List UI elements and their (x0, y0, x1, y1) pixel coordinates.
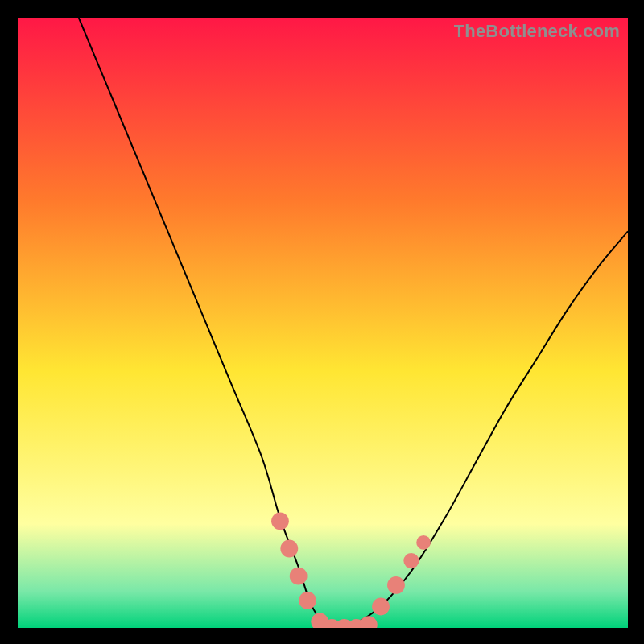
curve-marker (280, 540, 298, 558)
watermark-text: TheBottleneck.com (454, 21, 620, 42)
chart-svg (18, 18, 628, 628)
plot-area: TheBottleneck.com (18, 18, 628, 628)
curve-marker (372, 598, 390, 616)
gradient-background (18, 18, 628, 628)
curve-marker (271, 512, 289, 530)
curve-marker (387, 576, 405, 594)
curve-marker (403, 553, 419, 568)
chart-frame: { "watermark": "TheBottleneck.com", "col… (0, 0, 644, 644)
curve-marker (299, 592, 316, 609)
curve-marker (290, 568, 308, 585)
curve-marker (416, 535, 431, 550)
